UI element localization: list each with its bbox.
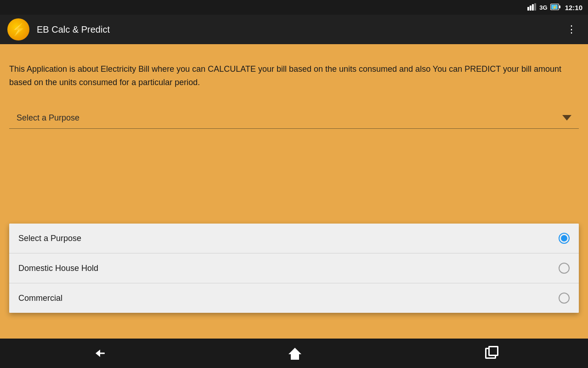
svg-rect-1	[530, 6, 531, 11]
network-type-label: 3G	[539, 4, 547, 11]
description-text: This Application is about Electricity Bi…	[9, 63, 579, 89]
svg-text:⚡: ⚡	[552, 5, 557, 10]
home-icon	[288, 347, 301, 360]
dropdown-option-domestic-label: Domestic House Hold	[18, 264, 98, 273]
app-title: EB Calc & Predict	[37, 24, 563, 35]
recents-icon	[485, 348, 496, 359]
dropdown-option-commercial[interactable]: Commercial	[9, 283, 579, 313]
dropdown-option-select-purpose[interactable]: Select a Purpose	[9, 224, 579, 253]
app-icon: ⚡	[7, 18, 29, 40]
overflow-menu-button[interactable]: ⋮	[563, 20, 581, 39]
svg-rect-3	[534, 3, 536, 11]
network-signal-icon	[527, 3, 537, 12]
dropdown-selected-label: Select a Purpose	[17, 113, 79, 123]
back-icon	[92, 349, 105, 358]
svg-rect-2	[532, 4, 534, 11]
home-button[interactable]	[270, 343, 320, 363]
radio-select-purpose	[559, 233, 570, 244]
status-bar: 3G ⚡ 12:10	[0, 0, 588, 15]
radio-select-purpose-inner	[561, 235, 567, 242]
svg-rect-5	[559, 6, 560, 8]
nav-bar	[0, 339, 588, 368]
dropdown-option-commercial-label: Commercial	[18, 293, 62, 303]
dropdown-arrow-icon	[562, 115, 571, 121]
dropdown-option-domestic[interactable]: Domestic House Hold	[9, 253, 579, 283]
purpose-dropdown[interactable]: Select a Purpose	[9, 108, 579, 129]
recents-button[interactable]	[467, 344, 514, 362]
radio-commercial	[559, 293, 570, 304]
battery-icon: ⚡	[550, 4, 560, 12]
app-bar: ⚡ EB Calc & Predict ⋮	[0, 15, 588, 44]
dropdown-options-list: Select a Purpose Domestic House Hold Com…	[9, 224, 579, 313]
bolt-icon: ⚡	[11, 23, 26, 35]
dropdown-option-select-purpose-label: Select a Purpose	[18, 234, 81, 243]
back-button[interactable]	[74, 345, 123, 362]
radio-domestic	[559, 263, 570, 274]
main-content: This Application is about Electricity Bi…	[0, 44, 588, 339]
status-time: 12:10	[565, 4, 582, 12]
svg-rect-0	[527, 7, 529, 11]
